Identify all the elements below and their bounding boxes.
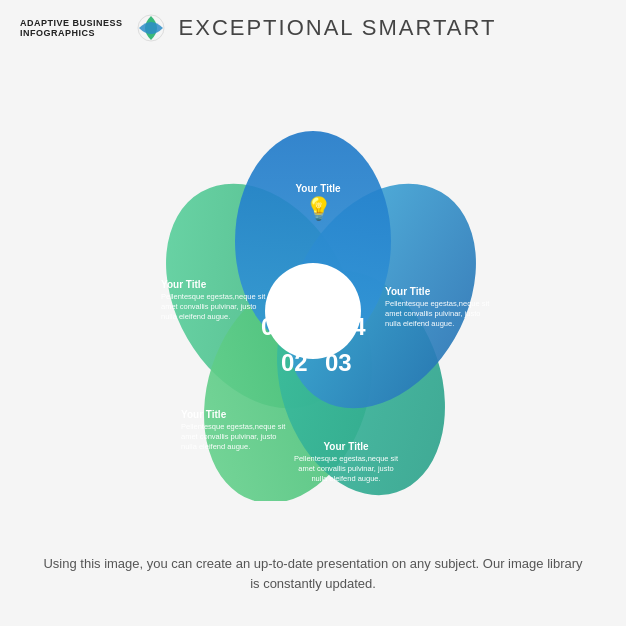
petal-1-title: Your Title (161, 279, 271, 290)
petal-3-title: Your Title (291, 441, 401, 452)
petal-4-label: Your Title Pellentesque egestas,neque si… (385, 286, 495, 329)
num-04: 04 (339, 313, 366, 341)
header: ADAPTIVE BUSINESS INFOGRAPHICS EXCEPTION… (0, 0, 626, 56)
bulb-icon: 💡 (278, 196, 358, 222)
header-title: EXCEPTIONAL SMARTART (179, 15, 497, 41)
logo-icon (137, 14, 165, 42)
petal-2-label: Your Title Pellentesque egestas,neque si… (181, 409, 291, 452)
petal-4-text: Pellentesque egestas,neque sit amet conv… (385, 299, 495, 329)
logo-text: ADAPTIVE BUSINESS INFOGRAPHICS (20, 18, 123, 38)
logo-bottom: INFOGRAPHICS (20, 28, 123, 38)
num-02: 02 (281, 349, 308, 377)
petal-5-title: Your Title (278, 183, 358, 194)
petal-1-label: Your Title Pellentesque egestas,neque si… (161, 279, 271, 322)
petal-2-title: Your Title (181, 409, 291, 420)
num-01: 01 (261, 313, 288, 341)
logo-top: ADAPTIVE BUSINESS (20, 18, 123, 28)
petal-5-label: Your Title 💡 (278, 183, 358, 222)
num-03: 03 (325, 349, 352, 377)
petal-1-text: Pellentesque egestas,neque sit amet conv… (161, 292, 271, 322)
petal-2-text: Pellentesque egestas,neque sit amet conv… (181, 422, 291, 452)
main-diagram: Your Title 💡 05 Your Title Pellentesque … (0, 56, 626, 546)
petal-4-title: Your Title (385, 286, 495, 297)
petal-3-label: Your Title Pellentesque egestas,neque si… (291, 441, 401, 484)
num-05: 05 (298, 265, 325, 293)
petal-3-text: Pellentesque egestas,neque sit amet conv… (291, 454, 401, 484)
footer-text: Using this image, you can create an up-t… (43, 556, 582, 591)
footer: Using this image, you can create an up-t… (0, 546, 626, 601)
